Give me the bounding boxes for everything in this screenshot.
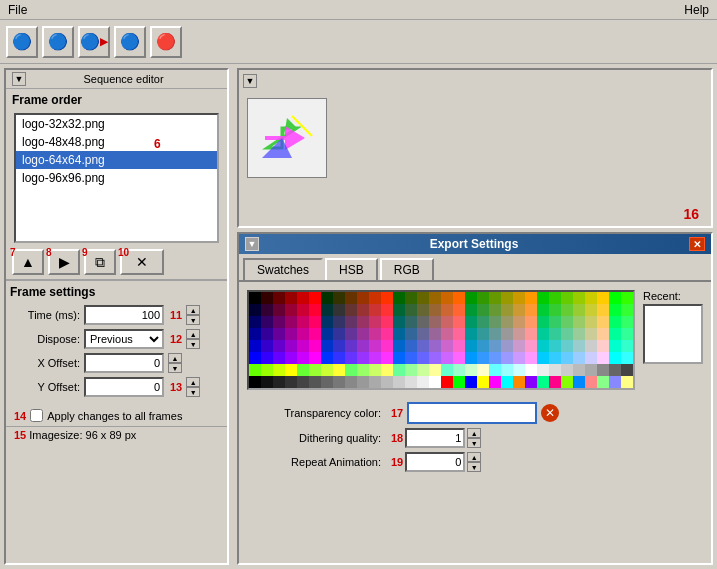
color-cell[interactable] — [597, 376, 609, 388]
color-cell[interactable] — [321, 352, 333, 364]
time-spinner[interactable]: ▲ ▼ — [186, 305, 200, 325]
color-cell[interactable] — [549, 352, 561, 364]
color-cell[interactable] — [549, 376, 561, 388]
color-cell[interactable] — [357, 376, 369, 388]
color-cell[interactable] — [393, 352, 405, 364]
color-cell[interactable] — [393, 316, 405, 328]
seq-collapse-btn[interactable]: ▼ — [12, 72, 26, 86]
color-cell[interactable] — [453, 316, 465, 328]
color-cell[interactable] — [501, 376, 513, 388]
dithering-input[interactable] — [405, 428, 465, 448]
color-cell[interactable] — [561, 316, 573, 328]
recent-cell[interactable] — [645, 306, 659, 320]
color-cell[interactable] — [393, 340, 405, 352]
color-cell[interactable] — [573, 352, 585, 364]
color-cell[interactable] — [345, 364, 357, 376]
color-cell[interactable] — [273, 304, 285, 316]
color-cell[interactable] — [513, 376, 525, 388]
color-cell[interactable] — [297, 340, 309, 352]
color-cell[interactable] — [429, 328, 441, 340]
color-cell[interactable] — [501, 352, 513, 364]
color-cell[interactable] — [585, 316, 597, 328]
color-cell[interactable] — [513, 340, 525, 352]
color-cell[interactable] — [261, 292, 273, 304]
color-cell[interactable] — [453, 292, 465, 304]
color-cell[interactable] — [405, 304, 417, 316]
preview-collapse-btn[interactable]: ▼ — [243, 74, 257, 88]
color-cell[interactable] — [537, 304, 549, 316]
color-cell[interactable] — [309, 316, 321, 328]
time-spin-down[interactable]: ▼ — [186, 315, 200, 325]
yoffset-spinner[interactable]: ▲ ▼ — [186, 377, 200, 397]
tab-hsb[interactable]: HSB — [325, 258, 378, 280]
color-cell[interactable] — [369, 352, 381, 364]
color-cell[interactable] — [261, 340, 273, 352]
toolbar-btn-3[interactable]: 🔵▶ — [78, 26, 110, 58]
color-cell[interactable] — [465, 316, 477, 328]
color-cell[interactable] — [549, 304, 561, 316]
color-cell[interactable] — [537, 316, 549, 328]
color-cell[interactable] — [321, 376, 333, 388]
color-cell[interactable] — [369, 304, 381, 316]
color-cell[interactable] — [297, 316, 309, 328]
recent-cell[interactable] — [645, 320, 659, 334]
color-cell[interactable] — [489, 292, 501, 304]
color-cell[interactable] — [525, 304, 537, 316]
color-cell[interactable] — [273, 352, 285, 364]
color-cell[interactable] — [417, 316, 429, 328]
color-cell[interactable] — [345, 304, 357, 316]
color-cell[interactable] — [441, 376, 453, 388]
color-cell[interactable] — [465, 352, 477, 364]
color-cell[interactable] — [585, 340, 597, 352]
frame-list-item[interactable]: logo-64x64.png — [16, 151, 217, 169]
color-cell[interactable] — [273, 292, 285, 304]
recent-cell[interactable] — [673, 320, 687, 334]
color-cell[interactable] — [345, 328, 357, 340]
move-right-btn[interactable]: 8 ▶ — [48, 249, 80, 275]
color-cell[interactable] — [369, 340, 381, 352]
color-cell[interactable] — [405, 352, 417, 364]
color-cell[interactable] — [621, 304, 633, 316]
color-cell[interactable] — [357, 292, 369, 304]
color-cell[interactable] — [333, 352, 345, 364]
color-cell[interactable] — [525, 352, 537, 364]
color-cell[interactable] — [273, 376, 285, 388]
color-cell[interactable] — [561, 328, 573, 340]
color-cell[interactable] — [513, 364, 525, 376]
menu-help[interactable]: Help — [684, 3, 709, 17]
color-cell[interactable] — [309, 352, 321, 364]
recent-cell[interactable] — [687, 306, 701, 320]
color-cell[interactable] — [249, 328, 261, 340]
color-cell[interactable] — [441, 328, 453, 340]
frame-list-item[interactable]: logo-48x48.png — [16, 133, 217, 151]
color-cell[interactable] — [573, 316, 585, 328]
color-cell[interactable] — [477, 304, 489, 316]
color-cell[interactable] — [609, 292, 621, 304]
color-cell[interactable] — [573, 304, 585, 316]
dispose-select[interactable]: Previous None Background — [84, 329, 164, 349]
dispose-spin-down[interactable]: ▼ — [186, 339, 200, 349]
color-cell[interactable] — [393, 292, 405, 304]
color-cell[interactable] — [525, 316, 537, 328]
color-cell[interactable] — [597, 340, 609, 352]
color-cell[interactable] — [285, 352, 297, 364]
dithering-spin-down[interactable]: ▼ — [467, 438, 481, 448]
color-cell[interactable] — [441, 352, 453, 364]
color-cell[interactable] — [453, 352, 465, 364]
tab-swatches[interactable]: Swatches — [243, 258, 323, 280]
color-cell[interactable] — [381, 292, 393, 304]
color-cell[interactable] — [489, 364, 501, 376]
color-cell[interactable] — [501, 364, 513, 376]
dithering-spinner[interactable]: ▲ ▼ — [467, 428, 481, 448]
color-cell[interactable] — [465, 328, 477, 340]
color-cell[interactable] — [621, 376, 633, 388]
color-cell[interactable] — [333, 340, 345, 352]
color-cell[interactable] — [537, 328, 549, 340]
color-cell[interactable] — [465, 292, 477, 304]
color-cell[interactable] — [465, 376, 477, 388]
export-collapse-btn[interactable]: ▼ — [245, 237, 259, 251]
color-cell[interactable] — [309, 340, 321, 352]
color-cell[interactable] — [573, 328, 585, 340]
color-cell[interactable] — [585, 364, 597, 376]
menu-file[interactable]: File — [8, 3, 27, 17]
